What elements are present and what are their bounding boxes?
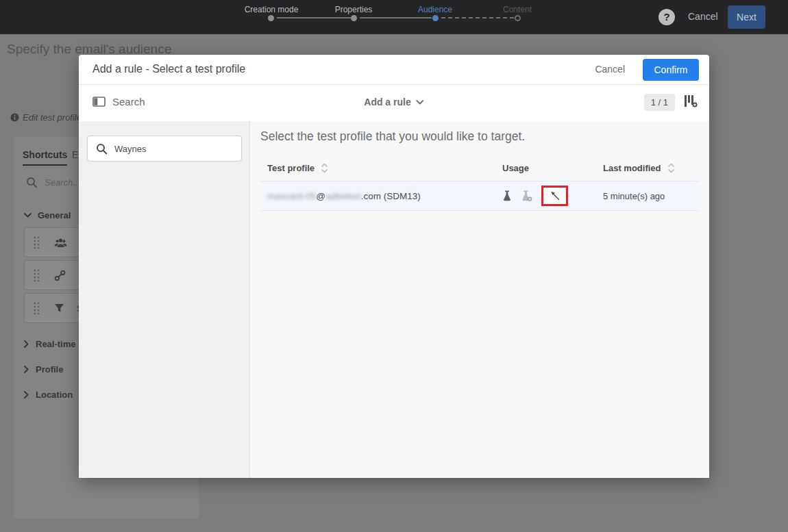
chevron-right-icon [24,340,29,348]
column-header-usage[interactable]: Usage [502,163,603,173]
column-header-test-profile[interactable]: Test profile [260,162,502,174]
section-location[interactable]: Location [24,390,73,400]
edit-test-profiles-note: Edit test profiles [10,112,86,123]
search-panel-toggle[interactable]: Search [93,96,145,107]
drag-handle-icon[interactable] [33,236,40,250]
search-input[interactable] [114,144,231,154]
column-header-last-modified[interactable]: Last modified [603,162,699,174]
step-connector [360,17,432,18]
search-icon [96,143,108,155]
info-icon [10,113,19,122]
tab-shortcuts[interactable]: Shortcuts [23,149,67,166]
users-icon [54,238,67,248]
step-content[interactable]: Content [503,5,532,14]
usage-cell [502,186,603,206]
test-profile-table: Test profile Usage Last modified [260,159,699,211]
modal-results-area: Select the test profile that you would l… [250,121,709,478]
drag-handle-icon[interactable] [33,268,40,283]
wand-icon[interactable] [550,190,561,201]
search-icon [26,177,38,188]
filter-icon [54,303,64,313]
table-header-row: Test profile Usage Last modified [260,159,699,177]
wizard-top-bar: Creation mode Properties Audience Conten… [0,0,788,34]
panel-search-field[interactable]: Search... [26,177,80,188]
help-icon[interactable]: ? [658,9,675,25]
link-icon [54,270,66,281]
step-audience[interactable]: Audience [418,5,452,14]
last-modified-cell: 5 minute(s) ago [603,191,699,201]
wizard-next-button[interactable]: Next [728,5,765,29]
chevron-right-icon [24,391,29,398]
step-creation-mode[interactable]: Creation mode [245,5,299,14]
flask-icon [502,190,512,201]
wizard-stepper: Creation mode Properties Audience Conten… [243,3,531,31]
section-real-time-events[interactable]: Real-time e [24,339,83,349]
column-settings-icon[interactable] [683,94,698,108]
step-dot [351,15,357,21]
modal-title: Add a rule - Select a test profile [93,63,245,75]
chevron-right-icon [24,366,29,373]
section-profile[interactable]: Profile [24,364,63,375]
add-a-rule-dropdown[interactable]: Add a rule [364,97,423,107]
sort-icon[interactable] [667,162,676,174]
chevron-down-icon [417,100,424,105]
side-panel-icon [93,97,106,107]
step-connector-dashed [441,17,514,18]
sort-icon[interactable] [320,162,329,174]
test-profile-row[interactable]: mascard-05@adbetest.com (SDM13) [260,181,699,211]
step-connector [277,17,351,18]
search-placeholder: Search... [45,177,80,188]
modal-search-panel [79,121,250,478]
test-profile-email: mascard-05@adbetest.com (SDM13) [260,191,502,201]
pagination-indicator: 1 / 1 [644,94,675,111]
modal-cancel-button[interactable]: Cancel [595,64,625,75]
step-dot-upcoming [515,15,521,21]
modal-body: Select the test profile that you would l… [79,121,709,478]
step-dot-active [432,15,439,21]
modal-toolbar: Search Add a rule 1 / 1 [79,85,709,121]
step-properties[interactable]: Properties [335,5,373,14]
step-dot [268,15,274,21]
flask-gear-icon [521,190,532,201]
instruction-text: Select the test profile that you would l… [260,129,699,144]
profile-search-field[interactable] [87,136,242,162]
annotation-red-box [541,186,568,206]
add-rule-modal: Add a rule - Select a test profile Cance… [79,55,709,478]
wizard-cancel-button[interactable]: Cancel [688,11,718,22]
drag-handle-icon[interactable] [33,301,40,316]
chevron-down-icon [24,213,32,218]
section-general[interactable]: General [24,210,71,220]
modal-confirm-button[interactable]: Confirm [643,59,699,81]
modal-header: Add a rule - Select a test profile Cance… [79,55,709,85]
